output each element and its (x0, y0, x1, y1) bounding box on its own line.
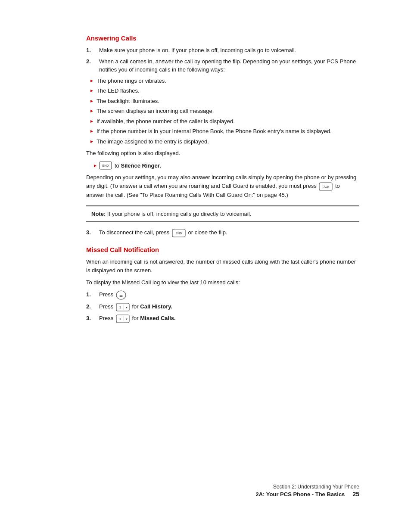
missed-step-2-icon: 1 ▼ (115, 303, 132, 310)
missed-call-section: Missed Call Notification When an incomin… (86, 246, 359, 323)
page: Answering Calls Make sure your phone is … (0, 0, 411, 532)
missed-call-steps: Press ☰ Press 1 (86, 290, 359, 323)
missed-step-3-content: Press 1 ▼ for Missed Calls. (99, 314, 176, 323)
missed-call-heading: Missed Call Notification (86, 246, 359, 253)
silence-ringer-label: Silence Ringer (121, 162, 159, 169)
svg-text:▼: ▼ (125, 306, 128, 309)
answering-steps-list: Make sure your phone is on. If your phon… (86, 46, 359, 74)
silence-ringer-prefix: to Silence Ringer. (115, 162, 161, 169)
bullet-item-0: The phone rings or vibrates. (90, 77, 359, 85)
missed-call-display-prompt: To display the Missed Call log to view t… (86, 278, 359, 287)
answering-step-3: To disconnect the call, press END or clo… (86, 228, 359, 237)
svg-text:END: END (176, 232, 182, 235)
silence-ringer-row: END to Silence Ringer. (94, 161, 359, 170)
answering-step-1: Make sure your phone is on. If your phon… (86, 46, 359, 55)
step-2-text: When a call comes in, answer the call by… (99, 57, 359, 74)
footer-section-label: Section 2: Understanding Your Phone (256, 484, 360, 490)
missed-step-1: Press ☰ (86, 290, 359, 300)
answering-calls-section: Answering Calls Make sure your phone is … (86, 34, 359, 237)
svg-text:1: 1 (119, 305, 121, 309)
svg-text:☰: ☰ (119, 293, 123, 298)
note-content: If your phone is off, incoming calls go … (107, 211, 251, 217)
answering-step-2: When a call comes in, answer the call by… (86, 57, 359, 74)
missed-calls-label: Missed Calls. (140, 315, 175, 321)
svg-text:▼: ▼ (125, 318, 128, 320)
call-history-label: Call History. (140, 303, 172, 310)
svg-text:TALK: TALK (322, 185, 330, 188)
bullet-item-4: If available, the phone number of the ca… (90, 117, 359, 126)
call-guard-icon: TALK (318, 183, 335, 189)
missed-call-intro: When an incoming call is not answered, t… (86, 258, 359, 275)
footer: Section 2: Understanding Your Phone 2A: … (256, 484, 360, 498)
footer-chapter-text: 2A: Your PCS Phone - The Basics (256, 491, 345, 498)
step-1-text: Make sure your phone is on. If your phon… (99, 46, 296, 55)
svg-text:END: END (103, 164, 109, 167)
answering-calls-heading: Answering Calls (86, 34, 359, 42)
missed-step-3: Press 1 ▼ for Missed Calls. (86, 314, 359, 323)
footer-chapter-label: 2A: Your PCS Phone - The Basics 25 (256, 491, 360, 498)
disconnect-icon: END (171, 229, 188, 236)
bullet-item-6: The image assigned to the entry is displ… (90, 137, 359, 146)
note-box: Note: If your phone is off, incoming cal… (86, 205, 359, 223)
bullet-item-2: The backlight illuminates. (90, 97, 359, 106)
missed-step-1-icon: ☰ (115, 292, 127, 298)
missed-step-3-icon: 1 ▼ (115, 315, 132, 321)
note-label: Note: (91, 211, 106, 217)
step-3-content: To disconnect the call, press END or clo… (99, 228, 227, 237)
step3-list: To disconnect the call, press END or clo… (86, 228, 359, 237)
bullet-item-1: The LED flashes. (90, 87, 359, 95)
missed-step-2: Press 1 ▼ for Call History. (86, 302, 359, 311)
bullet-item-3: The screen displays an incoming call mes… (90, 107, 359, 115)
answering-bullet-list: The phone rings or vibrates. The LED fla… (90, 77, 359, 146)
bullet-item-5: If the phone number is in your Internal … (90, 127, 359, 136)
svg-text:1: 1 (119, 317, 121, 321)
missed-step-1-content: Press ☰ (99, 290, 127, 300)
page-number: 25 (352, 491, 359, 498)
following-option-text: The following option is also displayed. (86, 149, 359, 158)
body-paragraph: Depending on your settings, you may also… (86, 173, 359, 199)
silence-ringer-icon: END (99, 161, 112, 170)
missed-step-2-content: Press 1 ▼ for Call History. (99, 302, 172, 311)
